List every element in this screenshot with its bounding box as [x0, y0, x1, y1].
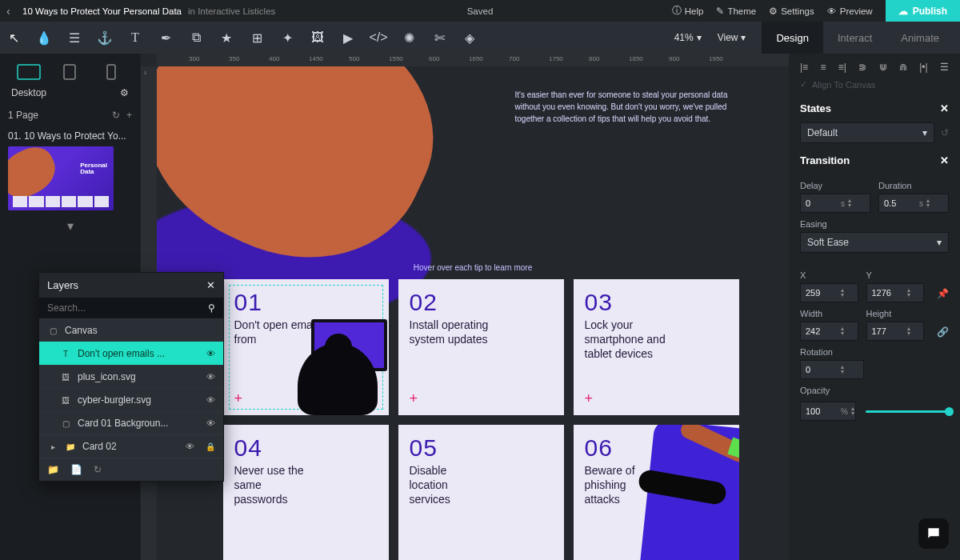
y-input[interactable]: ▴▾	[866, 283, 925, 302]
align-center-h-icon[interactable]: ≡	[820, 62, 826, 73]
align-top-icon[interactable]: ⋑	[858, 62, 866, 73]
pen-tool-icon[interactable]: ✒	[158, 30, 173, 45]
device-desktop[interactable]	[13, 62, 45, 82]
duration-input[interactable]: s▴▾	[878, 194, 949, 213]
paint-tool-icon[interactable]: 💧	[37, 30, 51, 45]
align-middle-icon[interactable]: ⋓	[879, 62, 887, 73]
card-03[interactable]: 03 Lock your smartphone and tablet devic…	[574, 279, 739, 415]
tools-icon[interactable]: ✄	[432, 30, 446, 45]
distribute-h-icon[interactable]: |•|	[919, 62, 927, 73]
layer-canvas[interactable]: ▢ Canvas	[39, 318, 223, 342]
intro-text: It's easier than ever for someone to ste…	[515, 89, 739, 125]
plus-icon[interactable]: +	[410, 390, 418, 407]
close-icon[interactable]: ✕	[940, 154, 949, 166]
delay-label: Delay	[800, 181, 870, 190]
shape-tool-icon[interactable]: ⧉	[189, 30, 203, 45]
opacity-input[interactable]: %▴▾	[800, 402, 856, 421]
tab-interact[interactable]: Interact	[823, 22, 886, 54]
visibility-icon[interactable]: 👁	[206, 418, 215, 428]
theme-button[interactable]: ✎Theme	[716, 6, 756, 17]
distribute-v-icon[interactable]: ☰	[940, 62, 949, 73]
text-tool-icon[interactable]: T	[128, 30, 142, 45]
expand-pages-icon[interactable]: ▾	[8, 218, 132, 234]
close-icon[interactable]: ✕	[206, 279, 215, 291]
crop-tool-icon[interactable]: ⊞	[250, 30, 264, 45]
state-reset-icon[interactable]: ↺	[941, 127, 949, 138]
canvas-back-icon[interactable]: ‹	[144, 68, 146, 77]
close-icon[interactable]: ✕	[940, 102, 949, 114]
publish-button[interactable]: ☁Publish	[886, 0, 960, 22]
device-mobile[interactable]	[95, 62, 127, 82]
image-tool-icon[interactable]: 🖼	[310, 30, 325, 45]
state-select[interactable]: Default▾	[800, 122, 934, 143]
card-01[interactable]: 01 Don't open emails from +	[223, 279, 389, 415]
height-input[interactable]: ▴▾	[866, 322, 925, 341]
new-folder-icon[interactable]: 📁	[47, 464, 59, 475]
check-icon: ✓	[800, 79, 807, 90]
card-04[interactable]: 04 Never use the same passwords	[223, 425, 389, 560]
delay-input[interactable]: s▴▾	[800, 194, 870, 213]
eye-icon: 👁	[827, 6, 837, 16]
easing-select[interactable]: Soft Ease▾	[800, 232, 949, 253]
refresh-layers-icon[interactable]: ↻	[94, 464, 102, 475]
layers-tool-icon[interactable]: ◈	[462, 30, 477, 45]
layers-search[interactable]: ⚲	[39, 298, 223, 318]
toolbar: ↖ 💧 ☰ ⚓ T ✒ ⧉ ★ ⊞ ✦ 🖼 ▶ </> ✺ ✄ ◈ 41%▾ V…	[0, 22, 960, 54]
tab-animate[interactable]: Animate	[886, 22, 954, 54]
back-icon[interactable]: ‹	[6, 5, 22, 18]
vector-tool-icon[interactable]: ✦	[280, 30, 294, 45]
card-02[interactable]: 02 Install operating system updates +	[398, 279, 564, 415]
page-thumbnail[interactable]: PersonalData	[8, 146, 114, 210]
help-button[interactable]: ⓘHelp	[672, 5, 704, 17]
align-left-icon[interactable]: |≡	[800, 62, 808, 73]
link-icon[interactable]: 🔗	[937, 326, 949, 338]
star-tool-icon[interactable]: ★	[219, 30, 234, 45]
layer-item[interactable]: 🖼 plus_icon.svg 👁	[39, 365, 223, 388]
width-input[interactable]: ▴▾	[800, 322, 858, 341]
height-label: Height	[866, 309, 925, 318]
lock-icon[interactable]: 🔒	[206, 442, 215, 451]
width-label: Width	[800, 309, 858, 318]
widget-tool-icon[interactable]: ✺	[402, 30, 416, 45]
visibility-icon[interactable]: 👁	[186, 442, 194, 451]
new-page-icon[interactable]: 📄	[70, 464, 82, 475]
mode-tabs: Design Interact Animate	[762, 22, 954, 54]
cursor-tool-icon[interactable]: ↖	[6, 30, 21, 45]
chat-fab[interactable]	[918, 518, 949, 549]
visibility-icon[interactable]: 👁	[206, 372, 215, 382]
card-05[interactable]: 05 Disable location services	[398, 425, 564, 560]
video-tool-icon[interactable]: ▶	[341, 30, 355, 45]
line-tool-icon[interactable]: ☰	[67, 30, 82, 45]
align-right-icon[interactable]: ≡|	[838, 62, 846, 73]
preview-button[interactable]: 👁Preview	[827, 6, 873, 16]
device-tablet[interactable]	[54, 62, 86, 82]
settings-button[interactable]: ⚙Settings	[769, 6, 814, 17]
card-06[interactable]: 06 Beware of phishing attacks	[574, 425, 739, 560]
tab-design[interactable]: Design	[762, 22, 822, 54]
visibility-icon[interactable]: 👁	[206, 395, 215, 405]
layer-item[interactable]: T Don't open emails ... 👁	[39, 342, 223, 365]
layers-panel[interactable]: Layers ✕ ⚲ ▢ Canvas T Don't open emails …	[38, 272, 224, 482]
align-bottom-icon[interactable]: ⋒	[899, 62, 907, 73]
pin-icon[interactable]: 📌	[937, 288, 949, 299]
page-list-item[interactable]: 01. 10 Ways to Protect Yo...	[8, 130, 132, 142]
align-to-canvas-toggle[interactable]: ✓ Align To Canvas	[800, 79, 949, 90]
opacity-slider[interactable]	[866, 410, 949, 413]
anchor-tool-icon[interactable]: ⚓	[98, 30, 112, 45]
zoom-control[interactable]: 41%▾	[674, 32, 702, 43]
document-title[interactable]: 10 Ways to Protect Your Personal Data	[22, 6, 182, 16]
view-menu[interactable]: View▾	[718, 32, 746, 43]
pages-add-icon[interactable]: +	[126, 110, 132, 121]
caret-right-icon[interactable]: ▸	[47, 442, 58, 451]
x-input[interactable]: ▴▾	[800, 283, 858, 302]
embed-tool-icon[interactable]: </>	[371, 30, 386, 45]
layer-item[interactable]: ▢ Card 01 Backgroun... 👁	[39, 411, 223, 434]
pages-refresh-icon[interactable]: ↻	[112, 110, 120, 121]
visibility-icon[interactable]: 👁	[206, 349, 215, 358]
device-settings-icon[interactable]: ⚙	[120, 87, 129, 98]
plus-icon[interactable]: +	[585, 390, 594, 407]
layer-folder[interactable]: ▸ 📁 Card 02 👁 🔒	[39, 434, 223, 458]
rotation-input[interactable]: ▴▾	[800, 360, 864, 379]
layer-item[interactable]: 🖼 cyber-burgler.svg 👁	[39, 388, 223, 411]
plus-icon[interactable]: +	[234, 390, 243, 407]
